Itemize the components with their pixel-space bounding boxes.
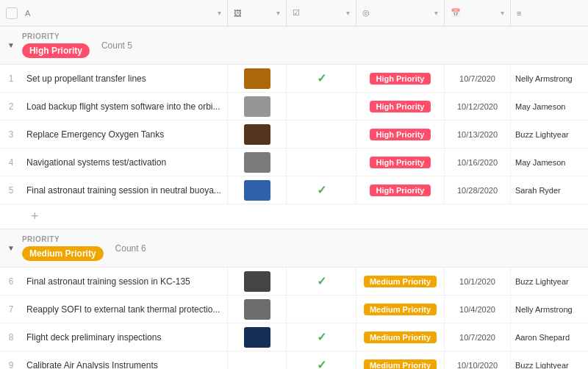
- group-chevron-medium[interactable]: ▼: [7, 244, 15, 252]
- table-row[interactable]: 5 Final astronaut training session in ne…: [0, 176, 588, 204]
- row-deadline: 10/1/2020: [445, 268, 511, 295]
- row-complete: [287, 295, 356, 323]
- complete-col-icon: ☑: [293, 8, 300, 18]
- select-all-checkbox[interactable]: [6, 7, 18, 19]
- row-complete: [287, 148, 356, 176]
- row-task: Set up propellant transfer lines: [22, 65, 228, 92]
- table-row[interactable]: 3 Replace Emergency Oxygen Tanks High Pr…: [0, 121, 588, 148]
- row-priority-badge: High Priority: [370, 129, 430, 140]
- row-complete: ✓: [287, 323, 356, 351]
- row-priority: Medium Priority: [356, 268, 445, 295]
- row-deadline: 10/7/2020: [445, 65, 511, 92]
- group-high: ▼ PRIORITY High Priority Count 5 1 Set u…: [0, 26, 588, 229]
- priority-col-arrow: ▾: [434, 9, 438, 17]
- table-row[interactable]: 4 Navigational systems test/activation H…: [0, 148, 588, 176]
- row-contact: Buzz Lightyear: [511, 351, 588, 369]
- table-row[interactable]: 2 Load backup flight system software int…: [0, 93, 588, 121]
- row-number: 7: [0, 304, 22, 315]
- photos-col-icon: 🖼: [234, 9, 242, 18]
- svg-rect-5: [244, 271, 270, 292]
- row-priority-badge: Medium Priority: [364, 359, 437, 370]
- group-header-high: ▼ PRIORITY High Priority Count 5: [0, 26, 588, 65]
- row-photo: [244, 68, 270, 89]
- row-priority: Medium Priority: [356, 323, 445, 351]
- row-deadline: 10/13/2020: [445, 121, 511, 148]
- row-task: Calibrate Air Analysis Instruments: [22, 351, 228, 369]
- row-number: 1: [0, 74, 22, 84]
- group-badge-high[interactable]: High Priority: [22, 43, 90, 58]
- row-complete: [287, 121, 356, 148]
- table-row[interactable]: 9 Calibrate Air Analysis Instruments ✓ M…: [0, 351, 588, 369]
- row-priority: High Priority: [356, 176, 445, 204]
- row-number: 4: [0, 157, 22, 168]
- group-priority-label-high: PRIORITY: [22, 32, 90, 40]
- svg-rect-4: [244, 180, 270, 201]
- table-row[interactable]: 1 Set up propellant transfer lines ✓ Hig…: [0, 65, 588, 93]
- row-photos: [228, 295, 287, 323]
- header-complete[interactable]: ☑ ▾: [287, 0, 356, 26]
- row-deadline: 10/7/2020: [445, 323, 511, 351]
- deadline-col-arrow: ▾: [501, 9, 504, 17]
- row-task: Replace Emergency Oxygen Tanks: [22, 121, 228, 148]
- row-deadline: 10/28/2020: [445, 176, 511, 204]
- row-task: Reapply SOFI to external tank thermal pr…: [22, 295, 228, 323]
- header-priority[interactable]: ◎ ▾: [356, 0, 445, 26]
- row-number: 8: [0, 332, 22, 343]
- row-contact: Buzz Lightyear: [511, 121, 588, 148]
- row-task: Flight deck preliminary inspections: [22, 323, 228, 351]
- row-complete: ✓: [287, 351, 356, 369]
- group-header-medium: ▼ PRIORITY Medium Priority Count 6: [0, 229, 588, 268]
- row-photos: [228, 176, 287, 204]
- table-header: A ▾ 🖼 ▾ ☑ ▾ ◎ ▾ 📅 ▾ ≡ ▾: [0, 0, 588, 26]
- priority-col-icon: ◎: [362, 8, 370, 18]
- group-title-area-medium: PRIORITY Medium Priority: [22, 235, 104, 261]
- row-photo: [244, 271, 270, 292]
- row-contact: May Jameson: [511, 148, 588, 176]
- group-chevron-high[interactable]: ▼: [7, 41, 15, 49]
- row-number: 5: [0, 185, 22, 196]
- group-count-high: Count 5: [101, 40, 132, 51]
- header-deadline[interactable]: 📅 ▾: [445, 0, 511, 26]
- row-task: Navigational systems test/activation: [22, 148, 228, 176]
- group-title-area-high: PRIORITY High Priority: [22, 32, 90, 58]
- row-complete: ✓: [287, 268, 356, 295]
- row-photos: [228, 323, 287, 351]
- complete-col-arrow: ▾: [346, 9, 350, 17]
- header-contact[interactable]: ≡ ▾: [511, 0, 588, 26]
- row-priority: High Priority: [356, 65, 445, 92]
- svg-rect-0: [244, 68, 270, 89]
- row-photo: [244, 124, 270, 145]
- complete-check: ✓: [317, 71, 326, 85]
- table-row[interactable]: 7 Reapply SOFI to external tank thermal …: [0, 295, 588, 323]
- row-deadline: 10/12/2020: [445, 93, 511, 120]
- row-task: Final astronaut training session in neut…: [22, 176, 228, 204]
- row-priority-badge: High Priority: [370, 101, 430, 112]
- photos-col-arrow: ▾: [276, 9, 280, 17]
- row-priority: High Priority: [356, 93, 445, 120]
- group-count-medium: Count 6: [115, 243, 146, 254]
- row-photo: [244, 180, 270, 201]
- header-photos[interactable]: 🖼 ▾: [228, 0, 287, 26]
- row-deadline: 10/16/2020: [445, 148, 511, 176]
- row-contact: Buzz Lightyear: [511, 268, 588, 295]
- table-row[interactable]: 6 Final astronaut training session in KC…: [0, 268, 588, 295]
- row-priority: Medium Priority: [356, 295, 445, 323]
- row-number: 9: [0, 360, 22, 370]
- task-col-icon: A: [25, 9, 30, 18]
- row-priority: High Priority: [356, 148, 445, 176]
- row-priority: Medium Priority: [356, 351, 445, 369]
- add-row-high[interactable]: +: [0, 204, 588, 229]
- header-task[interactable]: A ▾: [0, 0, 228, 26]
- row-photos: [228, 148, 287, 176]
- row-deadline: 10/4/2020: [445, 295, 511, 323]
- row-photos: [228, 93, 287, 120]
- svg-rect-2: [244, 124, 270, 145]
- row-priority: High Priority: [356, 121, 445, 148]
- row-priority-badge: High Priority: [370, 157, 430, 168]
- table-row[interactable]: 8 Flight deck preliminary inspections ✓ …: [0, 323, 588, 351]
- group-medium: ▼ PRIORITY Medium Priority Count 6 6 Fin…: [0, 229, 588, 369]
- row-photo: [244, 299, 270, 320]
- table-body: ▼ PRIORITY High Priority Count 5 1 Set u…: [0, 26, 588, 369]
- complete-check: ✓: [317, 330, 326, 344]
- group-badge-medium[interactable]: Medium Priority: [22, 246, 104, 261]
